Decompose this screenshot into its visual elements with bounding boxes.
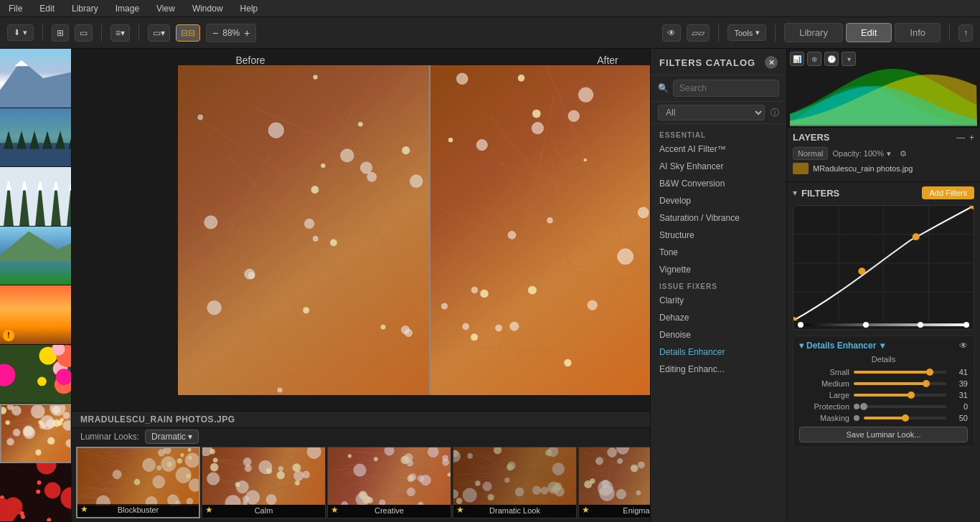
thumbnail-1[interactable] (0, 49, 72, 108)
add-filters-button[interactable]: Add Filters (922, 186, 974, 199)
layers-minimize[interactable]: — (956, 133, 965, 143)
zoom-minus-button[interactable]: − (212, 27, 218, 39)
catalog-item-saturation[interactable]: Saturation / Vibrance (651, 209, 786, 227)
menu-help[interactable]: Help (237, 2, 261, 15)
list-view-button[interactable]: ≡ ▾ (110, 24, 130, 42)
tools-label: Tools (734, 29, 753, 37)
tools-button[interactable]: Tools ▾ (727, 24, 766, 41)
look-creative[interactable]: Creative ★ (327, 447, 451, 518)
details-eye-icon[interactable]: 👁 (959, 341, 968, 351)
zoom-plus-button[interactable]: + (244, 27, 250, 39)
filter-catalog-panel: FILTERS CATALOG ✕ 🔍 All ⓘ ESSENTIAL Acce… (650, 49, 786, 522)
library-tab[interactable]: Library (784, 23, 843, 42)
look-star-4[interactable]: ★ (582, 505, 590, 515)
details-label: Details (799, 355, 968, 364)
look-calm[interactable]: Calm ★ (202, 447, 326, 518)
look-label-2: Creative (328, 505, 451, 518)
look-star-2[interactable]: ★ (331, 505, 339, 515)
thumbnail-5[interactable]: ! (0, 285, 72, 345)
filters-chevron[interactable]: ▾ (793, 188, 797, 198)
before-after-button[interactable]: ▱▱ (687, 24, 710, 42)
curve-slider[interactable] (798, 323, 969, 326)
protection-dot (854, 404, 859, 409)
info-tab[interactable]: Info (895, 23, 941, 42)
tools-dropdown-icon: ▾ (755, 28, 760, 37)
layers-add[interactable]: + (969, 133, 974, 143)
layers-settings-icon[interactable]: ⚙ (900, 149, 907, 158)
catalog-info-icon[interactable]: ⓘ (771, 107, 779, 119)
menu-file[interactable]: File (6, 2, 25, 15)
save-looks-button[interactable]: Save Luminar Look... (799, 427, 968, 442)
catalog-search-input[interactable] (673, 80, 779, 97)
thumbnail-6[interactable] (0, 345, 72, 404)
look-label-0: Blockbuster (77, 504, 199, 517)
layer-item[interactable]: MRadulescu_rain photos.jpg (793, 163, 974, 174)
layer-name: MRadulescu_rain photos.jpg (813, 164, 913, 173)
catalog-title: FILTERS CATALOG (659, 57, 755, 68)
edit-tab[interactable]: Edit (846, 23, 892, 42)
menu-image[interactable]: Image (113, 2, 142, 15)
thumbnail-3[interactable] (0, 167, 72, 227)
import-button[interactable]: ⬇ ▾ (7, 24, 34, 41)
grid-view-button[interactable]: ⊞ (52, 24, 69, 42)
panel-toggle-button[interactable]: ▭ ▾ (148, 24, 170, 42)
catalog-item-bw[interactable]: B&W Conversion (651, 175, 786, 192)
menu-window[interactable]: Window (189, 2, 226, 15)
details-dropdown[interactable]: ▾ (880, 341, 885, 351)
zoom-control: − 88% + (206, 24, 256, 42)
medium-slider[interactable] (854, 382, 946, 385)
look-star-0[interactable]: ★ (80, 504, 88, 514)
menu-view[interactable]: View (154, 2, 178, 15)
large-slider[interactable] (854, 394, 946, 397)
protection-slider[interactable] (864, 405, 946, 408)
layers-stack-icon[interactable]: ⊕ (807, 52, 821, 66)
eye-button[interactable]: 👁 (662, 24, 681, 42)
split-divider[interactable] (429, 65, 430, 395)
catalog-item-denoise[interactable]: Denoise (651, 326, 786, 343)
catalog-item-develop[interactable]: Develop (651, 192, 786, 209)
small-slider[interactable] (854, 371, 946, 374)
histogram-icon[interactable]: 📊 (790, 52, 804, 66)
menu-edit[interactable]: Edit (37, 2, 57, 15)
menu-library[interactable]: Library (69, 2, 101, 15)
catalog-item-tone[interactable]: Tone (651, 244, 786, 261)
single-view-button[interactable]: ▭ (75, 24, 93, 42)
catalog-item-accent[interactable]: Accent AI Filter™ (651, 141, 786, 158)
catalog-item-dehaze[interactable]: Dehaze (651, 309, 786, 326)
blend-mode-select[interactable]: Normal (793, 147, 828, 160)
tone-curve (793, 205, 974, 330)
details-title-text: Details Enhancer (806, 341, 876, 351)
thumbnail-8[interactable] (0, 463, 72, 522)
look-dramatic[interactable]: Dramatic Look ★ (453, 447, 577, 518)
history-icon[interactable]: 🕐 (824, 52, 839, 66)
catalog-item-details[interactable]: Details Enhancer (651, 343, 786, 361)
catalog-item-aisky[interactable]: AI Sky Enhancer (651, 158, 786, 175)
share-button[interactable]: ↑ (958, 24, 973, 42)
thumbnail-2[interactable] (0, 108, 72, 168)
thumbnail-7[interactable] (0, 404, 72, 463)
layer-thumbnail (793, 163, 809, 174)
opacity-dropdown[interactable]: ▾ (887, 149, 891, 158)
catalog-header: FILTERS CATALOG ✕ (651, 49, 786, 75)
look-star-3[interactable]: ★ (456, 505, 464, 515)
right-panel: 📊 ⊕ 🕐 ▾ LAYERS — + Normal Opacity: 100% (786, 49, 980, 522)
compare-button[interactable]: ⊟⊟ (176, 24, 200, 42)
zoom-value: 88% (222, 28, 240, 38)
histogram-tabs: 📊 ⊕ 🕐 ▾ (790, 52, 856, 66)
layers-controls: — + (956, 133, 974, 143)
small-slider-row: Small 41 (799, 368, 968, 376)
thumbnail-4[interactable] (0, 227, 72, 286)
catalog-item-structure[interactable]: Structure (651, 227, 786, 244)
look-star-1[interactable]: ★ (205, 505, 213, 515)
catalog-item-vignette[interactable]: Vignette (651, 261, 786, 278)
eye-icon: 👁 (667, 28, 676, 38)
histogram-dropdown[interactable]: ▾ (842, 52, 856, 66)
look-blockbuster[interactable]: Blockbuster ★ (76, 447, 200, 518)
catalog-item-clarity[interactable]: Clarity (651, 292, 786, 309)
masking-slider[interactable] (864, 417, 946, 419)
catalog-close-button[interactable]: ✕ (765, 56, 778, 69)
looks-dropdown[interactable]: Dramatic ▾ (145, 430, 199, 444)
catalog-item-editing[interactable]: Editing Enhanc... (651, 361, 786, 378)
details-chevron[interactable]: ▾ (799, 341, 804, 351)
catalog-filter-select[interactable]: All (658, 105, 765, 120)
